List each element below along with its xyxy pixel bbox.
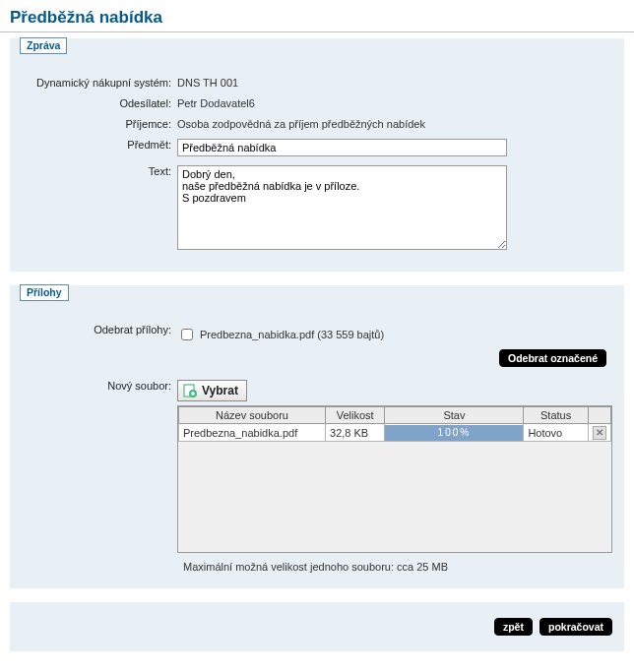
- close-icon: ✕: [596, 428, 603, 438]
- sender-label: Odesílatel:: [20, 94, 177, 109]
- attachments-section-header: Přílohy: [20, 284, 69, 301]
- col-name-header: Název souboru: [179, 407, 326, 424]
- row-subject: Předmět:: [20, 136, 614, 156]
- file-delete-cell: ✕: [588, 424, 610, 442]
- message-section: Zpráva Dynamický nákupní systém: DNS TH …: [10, 38, 624, 272]
- row-new-file: Nový soubor: Vybrat Název souboru: [20, 377, 614, 553]
- continue-button[interactable]: pokračovat: [539, 618, 612, 636]
- file-status-cell: Hotovo: [524, 424, 588, 442]
- choose-file-button[interactable]: Vybrat: [177, 380, 247, 401]
- row-dns: Dynamický nákupní systém: DNS TH 001: [20, 74, 614, 89]
- subject-input[interactable]: [177, 139, 507, 156]
- page-title: Předběžná nabídka: [0, 0, 634, 32]
- new-file-label: Nový soubor:: [20, 377, 177, 553]
- file-progress-cell: 100%: [385, 424, 524, 442]
- delete-file-button[interactable]: ✕: [593, 426, 606, 440]
- message-section-header: Zpráva: [20, 37, 67, 54]
- dns-value: DNS TH 001: [177, 74, 614, 89]
- col-del-header: [588, 407, 610, 424]
- col-size-header: Velikost: [326, 407, 385, 424]
- sender-value: Petr Dodavatel6: [177, 94, 614, 109]
- progress-bar: 100%: [385, 425, 523, 441]
- remove-attachments-label: Odebrat přílohy:: [20, 321, 177, 343]
- text-textarea[interactable]: [177, 165, 507, 250]
- back-button[interactable]: zpět: [494, 618, 533, 636]
- recipient-value: Osoba zodpovědná za příjem předběžných n…: [177, 115, 614, 130]
- row-recipient: Příjemce: Osoba zodpovědná za příjem pře…: [20, 115, 614, 130]
- add-file-icon: [182, 383, 198, 398]
- attachment-checkbox[interactable]: [181, 329, 193, 340]
- text-label: Text:: [20, 162, 177, 252]
- file-size-cell: 32,8 KB: [326, 424, 385, 442]
- dns-label: Dynamický nákupní systém:: [20, 74, 177, 89]
- remove-selected-button[interactable]: Odebrat označené: [499, 349, 606, 367]
- choose-file-label: Vybrat: [202, 384, 238, 397]
- max-size-note: Maximální možná velikost jednoho souboru…: [183, 561, 614, 573]
- attachment-file-text: Predbezna_nabidka.pdf (33 559 bajtů): [200, 329, 384, 340]
- row-sender: Odesílatel: Petr Dodavatel6: [20, 94, 614, 109]
- file-table-empty-area: [178, 442, 611, 552]
- row-text: Text:: [20, 162, 614, 252]
- row-remove-attachments: Odebrat přílohy: Predbezna_nabidka.pdf (…: [20, 321, 614, 343]
- table-row: Predbezna_nabidka.pdf 32,8 KB 100% Hotov…: [179, 424, 611, 442]
- file-table: Název souboru Velikost Stav Status Predb…: [177, 405, 612, 553]
- attachments-section: Přílohy Odebrat přílohy: Predbezna_nabid…: [10, 285, 624, 588]
- col-state-header: Stav: [385, 407, 524, 424]
- col-status-header: Status: [524, 407, 588, 424]
- subject-label: Předmět:: [20, 136, 177, 156]
- recipient-label: Příjemce:: [20, 115, 177, 130]
- file-name-cell: Predbezna_nabidka.pdf: [179, 424, 326, 442]
- footer-bar: zpět pokračovat: [10, 602, 624, 651]
